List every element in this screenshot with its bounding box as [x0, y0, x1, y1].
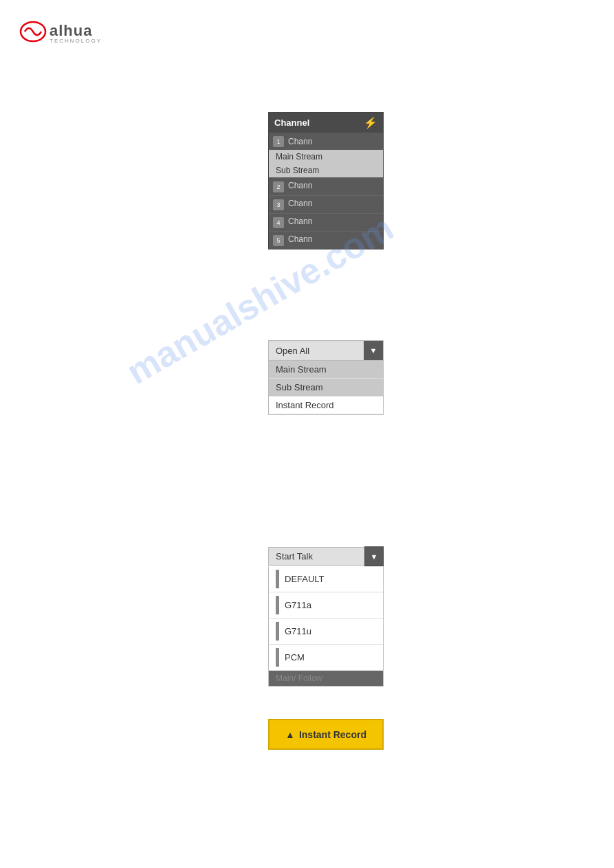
logo-icon	[19, 19, 47, 48]
talk-g711u-text: G711u	[279, 626, 311, 636]
talk-option-default[interactable]: DEFAULT	[269, 566, 383, 592]
open-all-label[interactable]: Open All	[269, 342, 364, 359]
channel-num-5: 5	[273, 235, 284, 246]
start-talk-button-row: Start Talk ▼	[268, 546, 384, 566]
channel-name-4: Chann	[288, 216, 312, 226]
channel-item-1: 1 Chann Main Stream Sub Stream	[269, 133, 383, 178]
channel-item-5[interactable]: 5 Chann	[269, 232, 383, 249]
channel-num-1: 1	[273, 136, 284, 147]
open-all-sub-stream[interactable]: Sub Stream	[269, 379, 383, 397]
open-all-widget: Open All ▼ Main Stream Sub Stream Instan…	[268, 340, 384, 415]
open-all-button-row: Open All ▼	[268, 340, 384, 361]
start-talk-dropdown: DEFAULT G711a G711u PCM Main/ Follow	[268, 566, 384, 687]
main-stream-option[interactable]: Main Stream	[269, 150, 383, 164]
talk-default-text: DEFAULT	[279, 574, 325, 584]
open-all-arrow[interactable]: ▼	[364, 341, 383, 360]
instant-record-button[interactable]: ▲ Instant Record	[268, 719, 384, 750]
channel-num-3: 3	[273, 199, 284, 210]
sub-stream-option[interactable]: Sub Stream	[269, 164, 383, 177]
talk-g711a-text: G711a	[279, 600, 311, 610]
open-all-dropdown: Main Stream Sub Stream Instant Record	[268, 361, 384, 415]
open-all-instant-record[interactable]: Instant Record	[269, 397, 383, 414]
stream-options-1: Main Stream Sub Stream	[269, 150, 383, 177]
instant-record-label: Instant Record	[299, 729, 366, 740]
talk-option-g711u[interactable]: G711u	[269, 619, 383, 645]
talk-option-pcm[interactable]: PCM	[269, 645, 383, 671]
logo: alhua TECHNOLOGY	[19, 19, 102, 48]
channel-name-2: Chann	[288, 181, 312, 190]
talk-option-g711a[interactable]: G711a	[269, 592, 383, 619]
channel-item-2[interactable]: 2 Chann	[269, 178, 383, 196]
open-all-main-stream[interactable]: Main Stream	[269, 361, 383, 379]
talk-pcm-text: PCM	[279, 652, 305, 663]
channel-num-2: 2	[273, 181, 284, 192]
logo-sub-text: TECHNOLOGY	[50, 38, 102, 44]
logo-text: alhua TECHNOLOGY	[50, 23, 102, 44]
channel-item-4[interactable]: 4 Chann	[269, 214, 383, 232]
talk-hidden-item: Main/ Follow	[269, 671, 383, 686]
start-talk-widget: Start Talk ▼ DEFAULT G711a G711u PCM Mai…	[268, 546, 384, 687]
channel-num-4: 4	[273, 217, 284, 228]
channel-panel: Channel ⚡ 1 Chann Main Stream Sub Stream…	[268, 112, 384, 249]
channel-row-1[interactable]: 1 Chann	[269, 133, 383, 150]
channel-name-1: Chann	[288, 137, 312, 146]
start-talk-label[interactable]: Start Talk	[268, 547, 364, 566]
channel-header: Channel ⚡	[269, 113, 383, 133]
start-talk-arrow[interactable]: ▼	[364, 546, 384, 566]
lightning-icon: ⚡	[364, 116, 377, 129]
channel-item-3[interactable]: 3 Chann	[269, 196, 383, 214]
channel-title: Channel	[274, 118, 309, 128]
warning-icon: ▲	[285, 729, 295, 740]
channel-name-3: Chann	[288, 199, 312, 208]
channel-name-5: Chann	[288, 234, 312, 244]
logo-main-text: alhua	[50, 23, 102, 38]
